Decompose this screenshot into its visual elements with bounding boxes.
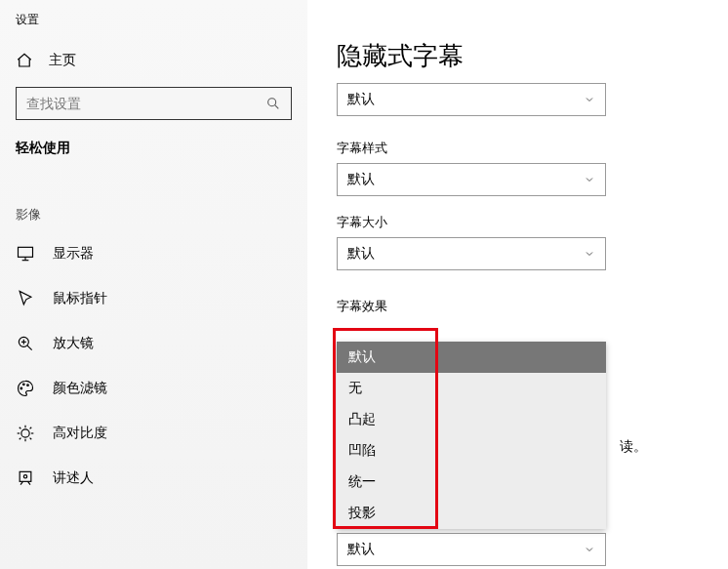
group-title: 影像: [0, 165, 307, 231]
dropdown-option[interactable]: 凹陷: [337, 435, 606, 467]
sidebar-item-label: 鼠标指针: [53, 290, 107, 307]
narrator-icon: [16, 468, 35, 488]
svg-point-22: [23, 475, 26, 478]
svg-point-12: [21, 429, 29, 437]
caption-size-select[interactable]: 默认: [337, 237, 606, 270]
dropdown-option[interactable]: 凸起: [337, 404, 606, 435]
sidebar-item-display[interactable]: 显示器: [0, 231, 307, 276]
sidebar-item-magnifier[interactable]: 放大镜: [0, 321, 307, 366]
caption-color-select[interactable]: 默认: [337, 83, 606, 116]
caption-style-select[interactable]: 默认: [337, 163, 606, 196]
cursor-icon: [16, 289, 35, 308]
svg-point-10: [23, 384, 25, 386]
svg-rect-2: [19, 247, 33, 257]
sidebar-item-cursor[interactable]: 鼠标指针: [0, 276, 307, 321]
magnifier-icon: [16, 334, 35, 353]
sidebar: 设置 主页 轻松使用 影像 显示器 鼠标指针 放大镜 颜色: [0, 0, 307, 569]
sidebar-item-label: 颜色滤镜: [53, 380, 107, 397]
chevron-down-icon: [584, 174, 595, 185]
svg-point-0: [268, 99, 276, 106]
monitor-icon: [16, 244, 35, 264]
dropdown-option[interactable]: 默认: [337, 342, 606, 373]
select-value: 默认: [347, 91, 375, 108]
sidebar-item-label: 高对比度: [53, 425, 107, 442]
sidebar-item-narrator[interactable]: 讲述人: [0, 456, 307, 501]
home-nav[interactable]: 主页: [0, 46, 307, 79]
svg-line-6: [27, 345, 32, 350]
page-title: 隐藏式字幕: [307, 39, 728, 83]
svg-line-19: [20, 438, 21, 440]
svg-point-9: [20, 387, 22, 389]
settings-header: 设置: [0, 12, 307, 46]
chevron-down-icon: [584, 94, 595, 105]
contrast-icon: [16, 424, 35, 443]
chevron-down-icon: [584, 248, 595, 260]
caption-style-label: 字幕样式: [337, 140, 728, 163]
svg-rect-21: [20, 471, 31, 481]
home-icon: [16, 52, 33, 69]
sidebar-item-high-contrast[interactable]: 高对比度: [0, 411, 307, 456]
search-input[interactable]: [26, 96, 265, 111]
sidebar-item-label: 显示器: [53, 245, 94, 263]
search-box[interactable]: [16, 87, 292, 120]
svg-point-11: [27, 385, 29, 386]
svg-line-17: [20, 427, 21, 429]
chevron-down-icon: [584, 544, 595, 555]
dropdown-option[interactable]: 统一: [337, 467, 606, 498]
trailing-text: 读。: [620, 438, 647, 456]
sidebar-item-color-filters[interactable]: 颜色滤镜: [0, 366, 307, 411]
section-title: 轻松使用: [0, 120, 307, 165]
svg-line-1: [275, 105, 279, 109]
sidebar-item-label: 放大镜: [53, 335, 94, 352]
sidebar-item-label: 讲述人: [53, 469, 94, 487]
home-label: 主页: [49, 52, 76, 69]
palette-icon: [16, 379, 35, 398]
caption-effect-label: 字幕效果: [337, 298, 728, 321]
select-value: 默认: [347, 245, 375, 263]
dropdown-option[interactable]: 无: [337, 373, 606, 404]
select-value: 默认: [347, 541, 375, 558]
search-icon: [265, 96, 281, 111]
select-value: 默认: [347, 171, 375, 188]
caption-size-label: 字幕大小: [337, 214, 728, 237]
dropdown-option[interactable]: 投影: [337, 498, 606, 529]
caption-bottom-select[interactable]: 默认: [337, 533, 606, 566]
svg-line-20: [30, 427, 32, 429]
svg-line-18: [30, 438, 32, 440]
content: 隐藏式字幕 默认 字幕样式 默认 字幕大小 默认 字幕效果 默认 无 凸起: [307, 0, 728, 569]
caption-effect-dropdown: 默认 无 凸起 凹陷 统一 投影: [337, 342, 606, 529]
